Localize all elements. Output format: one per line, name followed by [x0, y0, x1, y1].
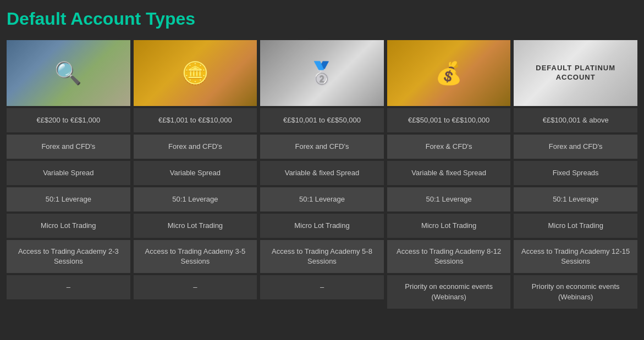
priority-3: – — [260, 275, 384, 299]
account-image-4 — [387, 40, 511, 106]
account-col-4: €£$50,001 to €£$100,000 Forex & CFD's Va… — [387, 40, 511, 309]
instruments-3: Forex and CFD's — [260, 135, 384, 159]
spread-1: Variable Spread — [7, 161, 130, 185]
priority-1: – — [7, 275, 130, 299]
range-2: €£$1,001 to €£$10,000 — [134, 108, 257, 132]
micro-1: Micro Lot Trading — [7, 214, 130, 238]
instruments-4: Forex & CFD's — [387, 135, 511, 159]
spread-5: Fixed Spreads — [514, 161, 637, 185]
priority-4: Priority on economic events (Webinars) — [387, 275, 511, 308]
account-col-2: €£$1,001 to €£$10,000 Forex and CFD's Va… — [134, 40, 257, 309]
spread-4: Variable & fixed Spread — [387, 161, 511, 185]
range-4: €£$50,001 to €£$100,000 — [387, 108, 511, 132]
range-5: €£$100,001 & above — [514, 108, 637, 132]
leverage-4: 50:1 Leverage — [387, 187, 511, 211]
instruments-1: Forex and CFD's — [7, 135, 130, 159]
instruments-5: Forex and CFD's — [514, 135, 637, 159]
leverage-1: 50:1 Leverage — [7, 187, 130, 211]
academy-4: Access to Trading Academy 8-12 Sessions — [387, 240, 511, 273]
academy-1: Access to Trading Academy 2-3 Sessions — [7, 240, 130, 273]
micro-2: Micro Lot Trading — [134, 214, 257, 238]
priority-2: – — [134, 275, 257, 299]
account-col-3: €£$10,001 to €£$50,000 Forex and CFD's V… — [260, 40, 384, 309]
leverage-3: 50:1 Leverage — [260, 187, 384, 211]
academy-2: Access to Trading Academy 3-5 Sessions — [134, 240, 257, 273]
range-3: €£$10,001 to €£$50,000 — [260, 108, 384, 132]
micro-4: Micro Lot Trading — [387, 214, 511, 238]
micro-3: Micro Lot Trading — [260, 214, 384, 238]
spread-2: Variable Spread — [134, 161, 257, 185]
account-image-3 — [260, 40, 384, 106]
leverage-2: 50:1 Leverage — [134, 187, 257, 211]
micro-5: Micro Lot Trading — [514, 214, 637, 238]
account-col-1: €£$200 to €£$1,000 Forex and CFD's Varia… — [7, 40, 130, 309]
instruments-2: Forex and CFD's — [134, 135, 257, 159]
academy-5: Access to Trading Academy 12-15 Sessions — [514, 240, 637, 273]
priority-5: Priority on economic events (Webinars) — [514, 275, 637, 308]
range-1: €£$200 to €£$1,000 — [7, 108, 130, 132]
account-types-grid: €£$200 to €£$1,000 Forex and CFD's Varia… — [7, 40, 637, 309]
leverage-5: 50:1 Leverage — [514, 187, 637, 211]
account-image-1 — [7, 40, 130, 106]
platinum-label: DEFAULT PLATINUM ACCOUNT — [514, 59, 637, 87]
academy-3: Access to Trading Academy 5-8 Sessions — [260, 240, 384, 273]
account-image-2 — [134, 40, 257, 106]
page-title: Default Account Types — [7, 7, 637, 31]
account-col-5: DEFAULT PLATINUM ACCOUNT €£$100,001 & ab… — [514, 40, 637, 309]
account-image-5: DEFAULT PLATINUM ACCOUNT — [514, 40, 637, 106]
spread-3: Variable & fixed Spread — [260, 161, 384, 185]
